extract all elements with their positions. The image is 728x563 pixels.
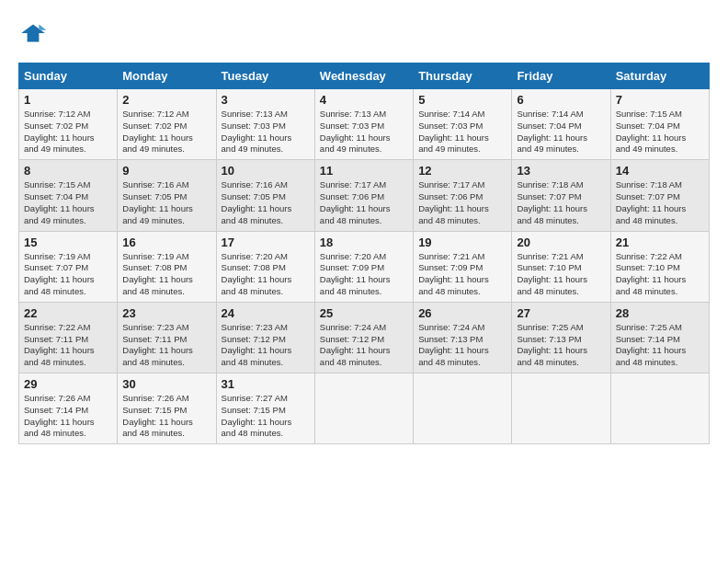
day-info: Sunrise: 7:26 AMSunset: 7:15 PMDaylight:… (122, 393, 193, 438)
day-number: 7 (616, 93, 704, 107)
calendar-cell (314, 373, 413, 444)
col-header-monday: Monday (118, 63, 216, 89)
day-info: Sunrise: 7:16 AMSunset: 7:05 PMDaylight:… (122, 179, 193, 224)
calendar-cell: 10 Sunrise: 7:16 AMSunset: 7:05 PMDaylig… (216, 160, 314, 231)
day-number: 13 (517, 164, 605, 178)
calendar-cell: 4 Sunrise: 7:13 AMSunset: 7:03 PMDayligh… (314, 89, 413, 160)
col-header-wednesday: Wednesday (314, 63, 413, 89)
calendar-cell: 18 Sunrise: 7:20 AMSunset: 7:09 PMDaylig… (314, 231, 413, 302)
svg-marker-1 (39, 24, 46, 29)
day-info: Sunrise: 7:17 AMSunset: 7:06 PMDaylight:… (320, 179, 391, 224)
day-number: 25 (320, 306, 408, 320)
day-info: Sunrise: 7:17 AMSunset: 7:06 PMDaylight:… (418, 179, 489, 224)
calendar-cell: 29 Sunrise: 7:26 AMSunset: 7:14 PMDaylig… (19, 373, 118, 444)
calendar-cell: 19 Sunrise: 7:21 AMSunset: 7:09 PMDaylig… (414, 231, 512, 302)
calendar-cell: 3 Sunrise: 7:13 AMSunset: 7:03 PMDayligh… (216, 89, 314, 160)
calendar-cell: 5 Sunrise: 7:14 AMSunset: 7:03 PMDayligh… (414, 89, 512, 160)
day-number: 2 (122, 93, 210, 107)
day-number: 3 (222, 93, 310, 107)
calendar-cell: 11 Sunrise: 7:17 AMSunset: 7:06 PMDaylig… (314, 160, 413, 231)
day-info: Sunrise: 7:25 AMSunset: 7:14 PMDaylight:… (616, 322, 687, 367)
day-number: 15 (24, 236, 112, 249)
day-info: Sunrise: 7:14 AMSunset: 7:03 PMDaylight:… (418, 109, 489, 154)
day-number: 6 (517, 93, 605, 107)
day-number: 28 (616, 306, 704, 320)
day-number: 4 (320, 93, 408, 107)
day-number: 12 (418, 164, 506, 178)
week-row-2: 8 Sunrise: 7:15 AMSunset: 7:04 PMDayligh… (19, 160, 710, 231)
calendar-table: SundayMondayTuesdayWednesdayThursdayFrid… (18, 63, 710, 444)
day-info: Sunrise: 7:19 AMSunset: 7:07 PMDaylight:… (24, 251, 95, 296)
day-number: 20 (517, 236, 605, 249)
day-number: 10 (222, 164, 310, 178)
calendar-cell: 31 Sunrise: 7:27 AMSunset: 7:15 PMDaylig… (216, 373, 314, 444)
day-number: 8 (24, 164, 112, 178)
day-number: 11 (320, 164, 408, 178)
calendar-cell: 27 Sunrise: 7:25 AMSunset: 7:13 PMDaylig… (512, 302, 610, 373)
day-info: Sunrise: 7:12 AMSunset: 7:02 PMDaylight:… (24, 109, 95, 154)
day-info: Sunrise: 7:24 AMSunset: 7:13 PMDaylight:… (418, 322, 489, 367)
calendar-cell: 25 Sunrise: 7:24 AMSunset: 7:12 PMDaylig… (314, 302, 413, 373)
calendar-cell: 21 Sunrise: 7:22 AMSunset: 7:10 PMDaylig… (610, 231, 709, 302)
day-info: Sunrise: 7:27 AMSunset: 7:15 PMDaylight:… (222, 393, 292, 438)
day-number: 1 (24, 93, 112, 107)
day-number: 17 (222, 236, 310, 249)
week-row-5: 29 Sunrise: 7:26 AMSunset: 7:14 PMDaylig… (19, 373, 710, 444)
day-number: 30 (122, 377, 210, 391)
calendar-cell: 20 Sunrise: 7:21 AMSunset: 7:10 PMDaylig… (512, 231, 610, 302)
calendar-cell: 22 Sunrise: 7:22 AMSunset: 7:11 PMDaylig… (19, 302, 118, 373)
col-header-saturday: Saturday (610, 63, 709, 89)
week-row-1: 1 Sunrise: 7:12 AMSunset: 7:02 PMDayligh… (19, 89, 710, 160)
day-info: Sunrise: 7:21 AMSunset: 7:10 PMDaylight:… (517, 251, 587, 296)
logo-bird-icon (18, 18, 48, 48)
day-info: Sunrise: 7:20 AMSunset: 7:09 PMDaylight:… (320, 251, 391, 296)
day-info: Sunrise: 7:12 AMSunset: 7:02 PMDaylight:… (122, 109, 193, 154)
day-info: Sunrise: 7:19 AMSunset: 7:08 PMDaylight:… (122, 251, 193, 296)
col-header-friday: Friday (512, 63, 610, 89)
day-info: Sunrise: 7:26 AMSunset: 7:14 PMDaylight:… (24, 393, 95, 438)
day-number: 14 (616, 164, 704, 178)
day-number: 27 (517, 306, 605, 320)
day-number: 31 (222, 377, 310, 391)
calendar-cell: 16 Sunrise: 7:19 AMSunset: 7:08 PMDaylig… (118, 231, 216, 302)
day-info: Sunrise: 7:21 AMSunset: 7:09 PMDaylight:… (418, 251, 489, 296)
calendar-cell: 1 Sunrise: 7:12 AMSunset: 7:02 PMDayligh… (19, 89, 118, 160)
day-info: Sunrise: 7:13 AMSunset: 7:03 PMDaylight:… (222, 109, 292, 154)
day-info: Sunrise: 7:20 AMSunset: 7:08 PMDaylight:… (222, 251, 292, 296)
day-number: 16 (122, 236, 210, 249)
day-info: Sunrise: 7:13 AMSunset: 7:03 PMDaylight:… (320, 109, 391, 154)
col-header-thursday: Thursday (414, 63, 512, 89)
calendar-cell: 26 Sunrise: 7:24 AMSunset: 7:13 PMDaylig… (414, 302, 512, 373)
col-header-tuesday: Tuesday (216, 63, 314, 89)
day-number: 23 (122, 306, 210, 320)
calendar-cell: 8 Sunrise: 7:15 AMSunset: 7:04 PMDayligh… (19, 160, 118, 231)
calendar-cell: 23 Sunrise: 7:23 AMSunset: 7:11 PMDaylig… (118, 302, 216, 373)
calendar-cell: 17 Sunrise: 7:20 AMSunset: 7:08 PMDaylig… (216, 231, 314, 302)
col-header-sunday: Sunday (19, 63, 118, 89)
day-info: Sunrise: 7:16 AMSunset: 7:05 PMDaylight:… (222, 179, 292, 224)
calendar-cell: 2 Sunrise: 7:12 AMSunset: 7:02 PMDayligh… (118, 89, 216, 160)
day-number: 29 (24, 377, 112, 391)
calendar-cell (610, 373, 709, 444)
week-row-4: 22 Sunrise: 7:22 AMSunset: 7:11 PMDaylig… (19, 302, 710, 373)
day-info: Sunrise: 7:18 AMSunset: 7:07 PMDaylight:… (616, 179, 687, 224)
day-number: 22 (24, 306, 112, 320)
calendar-cell: 7 Sunrise: 7:15 AMSunset: 7:04 PMDayligh… (610, 89, 709, 160)
day-info: Sunrise: 7:15 AMSunset: 7:04 PMDaylight:… (616, 109, 687, 154)
logo (18, 18, 51, 48)
day-info: Sunrise: 7:22 AMSunset: 7:11 PMDaylight:… (24, 322, 95, 367)
day-info: Sunrise: 7:14 AMSunset: 7:04 PMDaylight:… (517, 109, 587, 154)
week-row-3: 15 Sunrise: 7:19 AMSunset: 7:07 PMDaylig… (19, 231, 710, 302)
calendar-cell: 13 Sunrise: 7:18 AMSunset: 7:07 PMDaylig… (512, 160, 610, 231)
day-number: 9 (122, 164, 210, 178)
day-number: 21 (616, 236, 704, 249)
day-number: 26 (418, 306, 506, 320)
day-info: Sunrise: 7:18 AMSunset: 7:07 PMDaylight:… (517, 179, 587, 224)
calendar-cell: 9 Sunrise: 7:16 AMSunset: 7:05 PMDayligh… (118, 160, 216, 231)
calendar-cell (414, 373, 512, 444)
calendar-cell: 12 Sunrise: 7:17 AMSunset: 7:06 PMDaylig… (414, 160, 512, 231)
calendar-cell: 28 Sunrise: 7:25 AMSunset: 7:14 PMDaylig… (610, 302, 709, 373)
calendar-cell: 14 Sunrise: 7:18 AMSunset: 7:07 PMDaylig… (610, 160, 709, 231)
day-info: Sunrise: 7:23 AMSunset: 7:12 PMDaylight:… (222, 322, 292, 367)
day-number: 19 (418, 236, 506, 249)
